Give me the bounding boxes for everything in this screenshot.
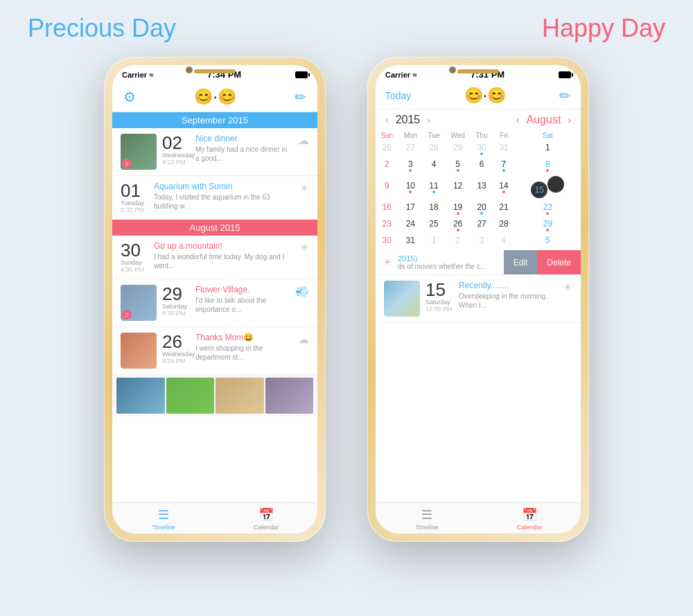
body-sep-01: Aquarium with Sumin Today, I visited the… bbox=[154, 182, 294, 211]
right-calendar-icon: 📅 bbox=[522, 507, 537, 522]
today-button[interactable]: Today bbox=[385, 90, 411, 101]
entry-sep-01[interactable]: 01 Tuesday 8:32 PM Aquarium with Sumin T… bbox=[112, 176, 317, 220]
right-nav-calendar[interactable]: 📅 Calendar bbox=[478, 507, 581, 531]
left-nav-timeline[interactable]: ☰ Timeline bbox=[112, 507, 215, 531]
settings-icon[interactable]: ⚙ bbox=[123, 89, 136, 105]
cal-day-30b[interactable]: 30 bbox=[376, 234, 398, 250]
entry-thumb-aug-29: 3 bbox=[121, 285, 157, 321]
cal-day-2[interactable]: 2 bbox=[376, 157, 398, 174]
right-logo: 😊·😊 bbox=[464, 87, 506, 105]
cal-day-18[interactable]: 18 bbox=[423, 200, 445, 217]
cal-day-24[interactable]: 24 bbox=[398, 217, 423, 234]
cal-day-16[interactable]: 16 bbox=[376, 200, 398, 217]
left-speaker bbox=[194, 69, 236, 73]
month-nav: ‹ August › bbox=[516, 114, 571, 126]
cal-day-2n[interactable]: 2 bbox=[445, 234, 471, 250]
cal-day-29[interactable]: 29 bbox=[445, 141, 471, 157]
cal-day-19[interactable]: 19 bbox=[445, 200, 471, 217]
right-carrier: Carrier ≈ bbox=[385, 71, 416, 79]
cal-day-25[interactable]: 25 bbox=[423, 217, 445, 234]
badge-aug-29: 3 bbox=[122, 310, 132, 319]
swipe-weather: ☀ bbox=[383, 256, 392, 269]
cal-day-31p[interactable]: 31 bbox=[493, 141, 515, 157]
cal-day-4n[interactable]: 4 bbox=[493, 234, 515, 250]
cal-day-1n[interactable]: 1 bbox=[423, 234, 445, 250]
cal-day-26[interactable]: 26 bbox=[376, 141, 398, 157]
entry-aug-26[interactable]: 26 Wednesday 9:39 PM Thanks Mom😀 I went … bbox=[112, 327, 317, 375]
cal-week-3: 9 10 11 12 13 14 15 bbox=[376, 174, 581, 200]
date-sep-01: 01 Tuesday 8:32 PM bbox=[121, 182, 148, 213]
delete-action[interactable]: Delete bbox=[537, 250, 581, 274]
year-prev-arrow[interactable]: ‹ bbox=[385, 114, 389, 125]
cal-day-29b[interactable]: 29 bbox=[515, 217, 581, 234]
cal-week-1: 26 27 28 29 30 31 1 bbox=[376, 141, 581, 157]
cal-day-3[interactable]: 3 bbox=[398, 157, 423, 174]
cal-day-14[interactable]: 14 bbox=[493, 174, 515, 200]
cal-day-5n[interactable]: 5 bbox=[515, 234, 581, 250]
right-status-bar: Carrier ≈ 7:31 PM bbox=[376, 65, 581, 82]
cal-header-sat: Sat bbox=[515, 130, 581, 141]
year-nav: ‹ 2015 › bbox=[385, 114, 430, 126]
weather-aug-26: ☁ bbox=[298, 333, 309, 346]
swipe-title: 2015) bbox=[398, 254, 486, 263]
month-prev-arrow[interactable]: ‹ bbox=[516, 114, 520, 125]
cal-day-28[interactable]: 28 bbox=[423, 141, 445, 157]
cal-day-20[interactable]: 20 bbox=[471, 200, 493, 217]
month-next-arrow[interactable]: › bbox=[568, 114, 571, 125]
cal-day-8[interactable]: 8 bbox=[515, 157, 581, 174]
cal-day-23[interactable]: 23 bbox=[376, 217, 398, 234]
right-edit-icon[interactable]: ✏ bbox=[559, 87, 571, 104]
cal-header-wed: Wed bbox=[445, 130, 471, 141]
cal-week-5: 23 24 25 26 27 28 29 bbox=[376, 217, 581, 234]
cal-day-22[interactable]: 22 bbox=[515, 200, 581, 217]
cal-day-17[interactable]: 17 bbox=[398, 200, 423, 217]
right-nav-timeline[interactable]: ☰ Timeline bbox=[376, 507, 478, 531]
right-timeline-icon: ☰ bbox=[421, 507, 432, 522]
edit-action[interactable]: Edit bbox=[504, 250, 538, 274]
right-camera bbox=[449, 67, 456, 73]
cal-day-27b[interactable]: 27 bbox=[471, 217, 493, 234]
cal-day-15[interactable]: 15 bbox=[515, 174, 581, 200]
swipe-entry: ☀ 2015) ds of movies whether the c... Ed… bbox=[376, 250, 581, 275]
cal-day-31b[interactable]: 31 bbox=[398, 234, 423, 250]
cal-day-9[interactable]: 9 bbox=[376, 174, 398, 200]
cal-day-21[interactable]: 21 bbox=[493, 200, 515, 217]
cal-day-1[interactable]: 1 bbox=[515, 141, 581, 157]
entry-thumb-aug-15 bbox=[384, 281, 420, 317]
cal-day-27[interactable]: 27 bbox=[398, 141, 423, 157]
right-phone: Carrier ≈ 7:31 PM Today 😊·😊 ✏ ‹ 2015 › bbox=[367, 57, 589, 542]
cal-day-30p[interactable]: 30 bbox=[471, 141, 493, 157]
edit-icon[interactable]: ✏ bbox=[295, 89, 306, 105]
year-next-arrow[interactable]: › bbox=[427, 114, 430, 125]
photo-strip[interactable] bbox=[112, 375, 317, 416]
right-speaker bbox=[457, 69, 499, 73]
aug-2015-header: August 2015 bbox=[112, 220, 317, 236]
photo-1 bbox=[116, 378, 165, 414]
weather-aug-29: 💨 bbox=[295, 285, 309, 298]
body-aug-26: Thanks Mom😀 I went shopping in the depar… bbox=[195, 333, 292, 362]
left-screen: Carrier ≈ 7:34 PM ⚙ 😊·😊 ✏ September 2015 bbox=[112, 65, 317, 534]
happy-day-title: Happy Day bbox=[542, 14, 665, 43]
cal-day-3n[interactable]: 3 bbox=[471, 234, 493, 250]
cal-day-10[interactable]: 10 bbox=[398, 174, 423, 200]
cal-day-6[interactable]: 6 bbox=[471, 157, 493, 174]
right-bottom-nav: ☰ Timeline 📅 Calendar bbox=[376, 502, 581, 534]
cal-day-11[interactable]: 11 bbox=[423, 174, 445, 200]
cal-day-13[interactable]: 13 bbox=[471, 174, 493, 200]
entry-aug-29[interactable]: 3 29 Saturday 6:30 PM Flower Village. I'… bbox=[112, 279, 317, 327]
cal-day-5[interactable]: 5 bbox=[445, 157, 471, 174]
left-app-content: September 2015 2 02 Wednesday 9:22 PM Ni… bbox=[112, 112, 317, 502]
left-nav-calendar[interactable]: 📅 Calendar bbox=[215, 507, 317, 531]
entry-aug-15[interactable]: 15 Saturday 12:00 PM Recently........ Ov… bbox=[376, 275, 581, 323]
cal-day-4[interactable]: 4 bbox=[423, 157, 445, 174]
entry-sep-02[interactable]: 2 02 Wednesday 9:22 PM Nice dinner My fa… bbox=[112, 128, 317, 176]
body-aug-15: Recently........ Oversleeping in the mor… bbox=[459, 281, 557, 310]
cal-day-26b[interactable]: 26 bbox=[445, 217, 471, 234]
cal-day-7[interactable]: 7 bbox=[493, 157, 515, 174]
badge-sep-02: 2 bbox=[122, 159, 132, 168]
cal-day-12[interactable]: 12 bbox=[445, 174, 471, 200]
cal-day-28b[interactable]: 28 bbox=[493, 217, 515, 234]
right-list: ☀ 2015) ds of movies whether the c... Ed… bbox=[376, 250, 581, 502]
battery-icon bbox=[295, 71, 308, 78]
entry-aug-30[interactable]: 30 Sunday 4:35 PM Go up a mountain! I ha… bbox=[112, 236, 317, 279]
